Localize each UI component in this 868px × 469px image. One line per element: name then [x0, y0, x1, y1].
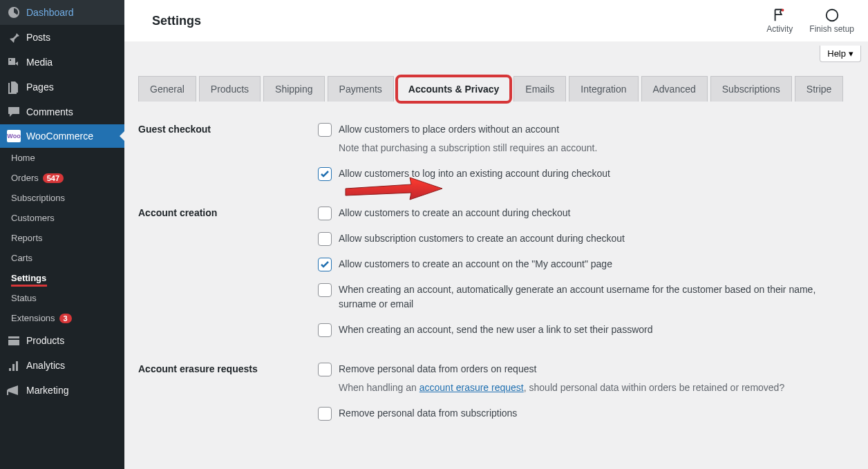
checkbox-label: When creating an account, automatically …	[339, 283, 854, 312]
checkbox-row-create-myaccount: Allow customers to create an account on …	[318, 257, 854, 271]
section-title: Account erasure requests	[138, 362, 318, 432]
orders-badge: 547	[43, 173, 64, 183]
top-actions: Activity Finish setup	[766, 8, 854, 34]
checkbox-label: Allow customers to log into an existing …	[339, 166, 610, 181]
section-title: Guest checkout	[138, 122, 318, 192]
checkbox-create-myaccount[interactable]	[318, 258, 332, 271]
help-button[interactable]: Help ▾	[820, 46, 861, 62]
svg-point-0	[782, 9, 784, 12]
checkbox-auto-username[interactable]	[318, 283, 332, 297]
help-bar: Help ▾	[124, 41, 868, 62]
checkbox-row-guest-login: Allow customers to log into an existing …	[318, 166, 854, 181]
checkbox-label: Remove personal data from orders on requ…	[339, 362, 784, 376]
account-erasure-section: Account erasure requests Remove personal…	[138, 362, 854, 432]
erasure-request-link[interactable]: account erasure request	[419, 382, 524, 393]
tab-general[interactable]: General	[138, 76, 196, 102]
checkbox-guest-login[interactable]	[318, 167, 332, 181]
admin-sidebar: Dashboard Posts Media Pages Comments Woo…	[0, 0, 124, 469]
sidebar-item-posts[interactable]: Posts	[0, 25, 124, 50]
chevron-down-icon: ▾	[849, 48, 853, 59]
tab-stripe[interactable]: Stripe	[795, 76, 844, 102]
checkbox-guest-orders[interactable]	[318, 123, 332, 137]
help-note: When handling an account erasure request…	[339, 381, 784, 395]
checkbox-row-erase-subs: Remove personal data from subscriptions	[318, 406, 854, 421]
sidebar-subitem-customers[interactable]: Customers	[0, 208, 124, 228]
checkbox-create-sub[interactable]	[318, 232, 332, 246]
sidebar-label: Dashboard	[26, 7, 74, 18]
woocommerce-icon: Woo	[7, 130, 21, 142]
settings-tabs: General Products Shipping Payments Accou…	[124, 62, 868, 102]
marketing-icon	[7, 383, 21, 397]
checkbox-label: Allow subscription customers to create a…	[339, 231, 625, 246]
checkbox-label: When creating an account, send the new u…	[339, 323, 652, 337]
activity-button[interactable]: Activity	[766, 8, 793, 34]
pin-icon	[7, 30, 21, 44]
top-bar: Settings Activity Finish setup	[124, 0, 868, 41]
checkbox-row-password-link: When creating an account, send the new u…	[318, 323, 854, 337]
checkbox-label: Allow customers to create an account dur…	[339, 206, 570, 220]
checkbox-row-create-checkout: Allow customers to create an account dur…	[318, 206, 854, 220]
tab-payments[interactable]: Payments	[328, 76, 394, 102]
media-icon	[7, 55, 21, 69]
section-title: Account creation	[138, 206, 318, 348]
tab-shipping[interactable]: Shipping	[263, 76, 325, 102]
svg-point-1	[826, 10, 838, 21]
tab-emails[interactable]: Emails	[513, 76, 566, 102]
sidebar-item-comments[interactable]: Comments	[0, 99, 124, 124]
sidebar-subitem-subscriptions[interactable]: Subscriptions	[0, 188, 124, 208]
sidebar-item-products[interactable]: Products	[0, 328, 124, 353]
sidebar-subitem-orders[interactable]: Orders547	[0, 168, 124, 188]
sidebar-label: WooCommerce	[26, 131, 93, 142]
dashboard-icon	[7, 6, 21, 19]
page-title: Settings	[152, 14, 201, 28]
sidebar-item-woocommerce[interactable]: Woo WooCommerce	[0, 124, 124, 148]
extensions-badge: 3	[59, 314, 72, 323]
sidebar-label: Products	[26, 335, 64, 346]
tab-advanced[interactable]: Advanced	[641, 76, 708, 102]
analytics-icon	[7, 358, 21, 372]
checkbox-create-checkout[interactable]	[318, 207, 332, 220]
sidebar-subitem-home[interactable]: Home	[0, 148, 124, 168]
sidebar-item-pages[interactable]: Pages	[0, 75, 124, 99]
flag-icon	[772, 8, 787, 23]
sidebar-label: Comments	[26, 106, 73, 117]
account-creation-section: Account creation Allow customers to crea…	[138, 206, 854, 348]
checkbox-row-create-sub: Allow subscription customers to create a…	[318, 231, 854, 246]
sidebar-label: Pages	[26, 82, 54, 93]
checkbox-row-guest-orders: Allow customers to place orders without …	[318, 122, 854, 155]
tab-accounts-privacy[interactable]: Accounts & Privacy	[397, 76, 511, 102]
checkbox-label: Remove personal data from subscriptions	[339, 406, 517, 421]
sidebar-item-analytics[interactable]: Analytics	[0, 353, 124, 378]
products-icon	[7, 334, 21, 347]
checkbox-label: Allow customers to place orders without …	[339, 122, 597, 137]
sidebar-subitem-settings[interactable]: Settings	[0, 268, 124, 288]
checkbox-password-link[interactable]	[318, 323, 332, 337]
help-note: Note that purchasing a subscription stil…	[339, 141, 597, 155]
sidebar-item-marketing[interactable]: Marketing	[0, 378, 124, 403]
finish-setup-button[interactable]: Finish setup	[809, 8, 854, 34]
main-content: Settings Activity Finish setup Help ▾ Ge…	[124, 0, 868, 469]
tab-subscriptions[interactable]: Subscriptions	[710, 76, 792, 102]
tab-integration[interactable]: Integration	[569, 76, 638, 102]
checkbox-row-auto-username: When creating an account, automatically …	[318, 283, 854, 312]
guest-checkout-section: Guest checkout Allow customers to place …	[138, 122, 854, 192]
checkbox-erase-orders[interactable]	[318, 363, 332, 376]
sidebar-submenu: Home Orders547 Subscriptions Customers R…	[0, 148, 124, 328]
sidebar-item-dashboard[interactable]: Dashboard	[0, 0, 124, 25]
pages-icon	[7, 80, 21, 94]
comment-icon	[7, 105, 21, 119]
checkbox-erase-subs[interactable]	[318, 407, 332, 421]
sidebar-subitem-reports[interactable]: Reports	[0, 228, 124, 248]
sidebar-label: Marketing	[26, 385, 68, 396]
sidebar-subitem-status[interactable]: Status	[0, 288, 124, 308]
checkbox-row-erase-orders: Remove personal data from orders on requ…	[318, 362, 854, 395]
sidebar-item-media[interactable]: Media	[0, 50, 124, 75]
sidebar-subitem-carts[interactable]: Carts	[0, 248, 124, 268]
sidebar-label: Analytics	[26, 360, 65, 371]
tab-products[interactable]: Products	[199, 76, 261, 102]
sidebar-subitem-extensions[interactable]: Extensions3	[0, 308, 124, 328]
sidebar-label: Media	[26, 57, 53, 68]
sidebar-label: Posts	[26, 32, 50, 43]
circle-icon	[824, 8, 840, 23]
settings-content: Guest checkout Allow customers to place …	[124, 102, 868, 459]
